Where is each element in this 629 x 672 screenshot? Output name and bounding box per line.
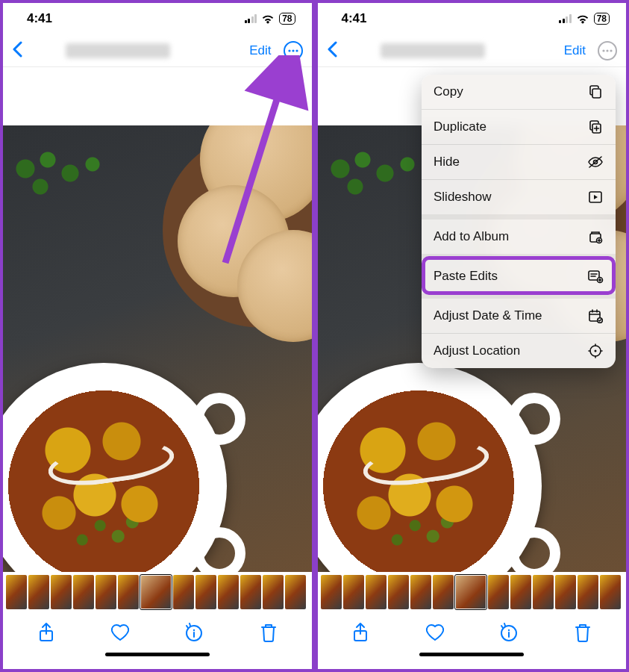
share-button[interactable]: [29, 622, 63, 643]
favorite-button[interactable]: [418, 623, 452, 642]
status-time: 4:41: [342, 11, 367, 26]
wifi-icon: [576, 14, 589, 24]
calendar-icon: [587, 308, 604, 324]
more-options-button[interactable]: [598, 41, 617, 60]
menu-label: Paste Edits: [434, 269, 498, 284]
home-indicator[interactable]: [3, 653, 312, 669]
menu-item-copy[interactable]: Copy: [422, 75, 616, 110]
menu-label: Duplicate: [434, 119, 486, 134]
menu-label: Adjust Location: [434, 343, 520, 358]
battery-indicator: 78: [594, 13, 610, 25]
menu-item-hide[interactable]: Hide: [422, 145, 616, 180]
status-right: 78: [559, 13, 610, 25]
edit-button[interactable]: Edit: [564, 43, 586, 58]
status-right: 78: [245, 13, 295, 25]
status-bar: 4:41 78: [3, 3, 312, 34]
home-indicator[interactable]: [318, 653, 627, 669]
svg-point-5: [193, 629, 195, 631]
edit-button[interactable]: Edit: [249, 43, 271, 58]
menu-item-slideshow[interactable]: Slideshow: [422, 180, 616, 214]
location-icon: [587, 343, 604, 359]
bottom-toolbar: [318, 612, 627, 653]
svg-point-12: [508, 629, 510, 631]
svg-point-1: [292, 49, 294, 52]
menu-item-paste-edits[interactable]: Paste Edits: [422, 259, 616, 293]
cellular-icon: [245, 14, 257, 23]
delete-button[interactable]: [566, 622, 600, 643]
svg-point-9: [610, 49, 612, 52]
duplicate-icon: [587, 119, 604, 135]
page-title-blurred: [381, 43, 485, 58]
back-button[interactable]: [327, 41, 337, 60]
dual-screenshot-frame: 4:41 78 Edit: [0, 0, 629, 672]
cellular-icon: [559, 14, 572, 23]
paste-edits-icon: [587, 268, 604, 284]
menu-label: Slideshow: [434, 190, 492, 205]
menu-item-adjust-date[interactable]: Adjust Date & Time: [422, 299, 616, 334]
thumbnail-strip[interactable]: [318, 572, 627, 612]
bottom-toolbar: [3, 612, 312, 653]
phone-left: 4:41 78 Edit: [3, 3, 312, 669]
album-icon: [587, 228, 604, 245]
more-options-button[interactable]: [284, 41, 303, 60]
svg-point-25: [595, 350, 597, 352]
status-time: 4:41: [27, 11, 52, 26]
wifi-icon: [261, 14, 275, 24]
status-bar: 4:41 78: [318, 3, 627, 34]
more-options-menu: Copy Duplicate Hide Slideshow: [422, 75, 616, 368]
favorite-button[interactable]: [103, 623, 137, 642]
separator: [312, 3, 318, 669]
info-button[interactable]: [177, 622, 211, 643]
battery-indicator: 78: [279, 13, 295, 25]
menu-item-duplicate[interactable]: Duplicate: [422, 110, 616, 145]
photo-content: [3, 125, 312, 572]
share-button[interactable]: [343, 622, 378, 643]
phone-right: 4:41 78 Edit: [318, 3, 627, 669]
info-button[interactable]: [492, 622, 526, 643]
delete-button[interactable]: [251, 622, 286, 643]
menu-label: Copy: [434, 84, 463, 99]
thumbnail-strip[interactable]: [3, 572, 312, 612]
menu-item-adjust-location[interactable]: Adjust Location: [422, 334, 616, 368]
svg-point-8: [606, 49, 608, 52]
menu-label: Adjust Date & Time: [434, 308, 542, 323]
slideshow-icon: [587, 189, 604, 205]
menu-label: Add to Album: [434, 229, 509, 244]
back-button[interactable]: [12, 41, 22, 60]
nav-bar: Edit: [3, 34, 312, 67]
hide-icon: [587, 154, 604, 170]
thumbnail-selected[interactable]: [140, 575, 172, 609]
nav-bar: Edit: [318, 34, 627, 67]
page-title-blurred: [66, 43, 170, 58]
svg-point-7: [602, 49, 604, 52]
svg-point-2: [295, 49, 298, 52]
thumbnail-selected[interactable]: [455, 575, 486, 609]
svg-point-0: [288, 49, 290, 52]
copy-icon: [587, 84, 604, 100]
photo-viewer[interactable]: [3, 67, 312, 572]
menu-label: Hide: [434, 155, 460, 169]
svg-rect-13: [592, 89, 601, 98]
menu-item-add-to-album[interactable]: Add to Album: [422, 220, 616, 254]
